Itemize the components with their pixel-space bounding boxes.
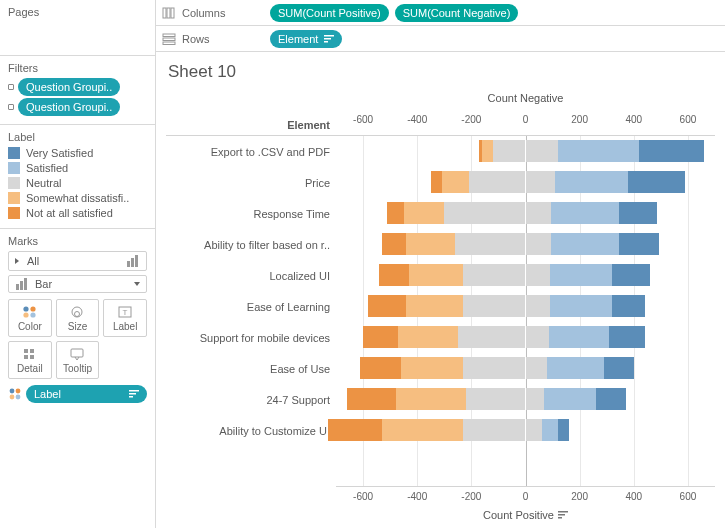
marks-type-dropdown[interactable]: Bar [8, 275, 147, 293]
bar-segment[interactable] [609, 326, 644, 348]
bar-segment[interactable] [526, 295, 550, 317]
marks-detail-button[interactable]: Detail [8, 341, 52, 379]
legend-item[interactable]: Very Satisfied [8, 147, 147, 159]
bar-segment[interactable] [526, 388, 545, 410]
bar-segment[interactable] [463, 357, 525, 379]
row-label[interactable]: Export to .CSV and PDF [166, 136, 336, 167]
bar-segment[interactable] [526, 326, 549, 348]
bar-segment[interactable] [328, 419, 382, 441]
row-label[interactable]: Localized UI [166, 260, 336, 291]
column-pill[interactable]: SUM(Count Negative) [395, 4, 519, 22]
bar-segment[interactable] [382, 233, 406, 255]
marks-size-button[interactable]: Size [56, 299, 100, 337]
row-label[interactable]: Ability to Customize UI [166, 415, 336, 446]
bar-row [336, 264, 715, 286]
bar-segment[interactable] [612, 295, 644, 317]
bar-segment[interactable] [368, 295, 406, 317]
rows-shelf[interactable]: Rows Element [156, 26, 725, 52]
bar-segment[interactable] [526, 202, 552, 224]
bar-segment[interactable] [463, 264, 525, 286]
bar-segment[interactable] [619, 233, 660, 255]
axis-tick: -200 [461, 114, 481, 125]
bar-segment[interactable] [401, 357, 463, 379]
bar-segment[interactable] [406, 295, 463, 317]
bar-segment[interactable] [458, 326, 526, 348]
bar-segment[interactable] [639, 140, 704, 162]
bar-segment[interactable] [455, 233, 525, 255]
bar-segment[interactable] [387, 202, 403, 224]
bar-segment[interactable] [442, 171, 469, 193]
bar-segment[interactable] [526, 140, 558, 162]
bar-segment[interactable] [542, 419, 558, 441]
filter-pill[interactable]: Question Groupi.. [18, 98, 120, 116]
bar-segment[interactable] [619, 202, 657, 224]
bar-segment[interactable] [431, 171, 442, 193]
bar-segment[interactable] [596, 388, 626, 410]
bar-segment[interactable] [409, 264, 463, 286]
columns-shelf[interactable]: Columns SUM(Count Positive)SUM(Count Neg… [156, 0, 725, 26]
svg-text:T: T [123, 308, 128, 317]
bar-segment[interactable] [551, 233, 619, 255]
bar-segment[interactable] [550, 264, 612, 286]
bar-segment[interactable] [463, 419, 525, 441]
bar-segment[interactable] [466, 388, 526, 410]
bar-segment[interactable] [347, 388, 396, 410]
svg-point-22 [16, 395, 21, 400]
bar-segment[interactable] [382, 419, 463, 441]
row-label[interactable]: Support for mobile devices [166, 322, 336, 353]
bar-segment[interactable] [479, 140, 482, 162]
svg-rect-1 [131, 258, 134, 267]
bar-segment[interactable] [360, 357, 401, 379]
row-label[interactable]: Ability to filter based on r.. [166, 229, 336, 260]
marks-label-pill[interactable]: Label [26, 385, 147, 403]
bar-segment[interactable] [628, 171, 685, 193]
legend-swatch [8, 207, 20, 219]
bar-segment[interactable] [550, 295, 612, 317]
bar-segment[interactable] [604, 357, 634, 379]
bar-segment[interactable] [363, 326, 398, 348]
bar-segment[interactable] [463, 295, 525, 317]
bar-segment[interactable] [526, 357, 548, 379]
legend-item[interactable]: Somewhat dissatisfi.. [8, 192, 147, 204]
legend-item[interactable]: Satisfied [8, 162, 147, 174]
marks-color-button[interactable]: Color [8, 299, 52, 337]
axis-tick: -600 [353, 114, 373, 125]
row-label[interactable]: Response Time [166, 198, 336, 229]
svg-rect-0 [127, 261, 130, 267]
marks-tooltip-button[interactable]: Tooltip [56, 341, 100, 379]
legend-item[interactable]: Not at all satisfied [8, 207, 147, 219]
bar-segment[interactable] [558, 419, 569, 441]
bar-segment[interactable] [612, 264, 650, 286]
bar-segment[interactable] [544, 388, 595, 410]
bar-segment[interactable] [555, 171, 628, 193]
bar-segment[interactable] [398, 326, 458, 348]
bar-segment[interactable] [526, 171, 556, 193]
bar-segment[interactable] [526, 233, 552, 255]
row-label[interactable]: Price [166, 167, 336, 198]
row-label[interactable]: Ease of Use [166, 353, 336, 384]
bar-segment[interactable] [526, 419, 542, 441]
bar-segment[interactable] [406, 233, 455, 255]
bar-segment[interactable] [526, 264, 550, 286]
bar-segment[interactable] [551, 202, 619, 224]
svg-rect-4 [20, 281, 23, 290]
bar-segment[interactable] [493, 140, 525, 162]
bar-segment[interactable] [482, 140, 493, 162]
row-label[interactable]: Ease of Learning [166, 291, 336, 322]
marks-all-toggle[interactable]: All [8, 251, 147, 271]
marks-label-button[interactable]: TLabel [103, 299, 147, 337]
bar-segment[interactable] [547, 357, 604, 379]
bar-segment[interactable] [558, 140, 639, 162]
bar-segment[interactable] [444, 202, 525, 224]
filter-bullet-icon [8, 84, 14, 90]
row-label[interactable]: 24-7 Support [166, 384, 336, 415]
row-pill[interactable]: Element [270, 30, 342, 48]
bar-segment[interactable] [549, 326, 610, 348]
bar-segment[interactable] [469, 171, 526, 193]
column-pill[interactable]: SUM(Count Positive) [270, 4, 389, 22]
bar-segment[interactable] [396, 388, 466, 410]
legend-item[interactable]: Neutral [8, 177, 147, 189]
filter-pill[interactable]: Question Groupi.. [18, 78, 120, 96]
bar-segment[interactable] [379, 264, 409, 286]
bar-segment[interactable] [404, 202, 445, 224]
